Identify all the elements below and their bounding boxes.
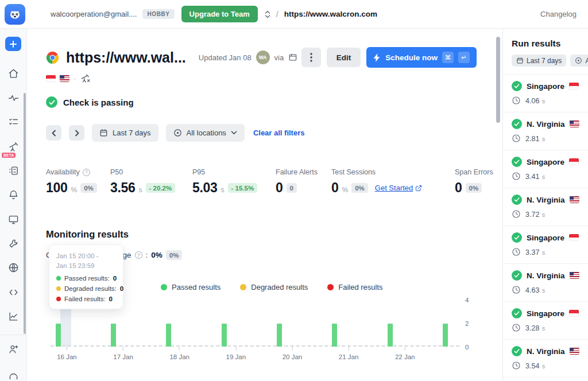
clock-icon <box>512 285 521 294</box>
get-started-label: Get Started <box>375 184 413 192</box>
chevron-left-icon <box>52 130 56 137</box>
chart-bar[interactable] <box>277 324 282 347</box>
legend-item-passed[interactable]: Passed results <box>161 283 220 291</box>
topbar: walcoorperation@gmail.... HOBBY Upgrade … <box>0 0 588 29</box>
clock-icon <box>512 96 521 105</box>
failed-dot-icon <box>56 297 61 301</box>
panel-location-badge[interactable]: All <box>570 55 588 67</box>
tooltip-value: 0 <box>120 285 123 292</box>
main-scrollbar[interactable] <box>496 37 500 123</box>
run-item[interactable]: N. Virginia 3.72 s <box>503 188 588 226</box>
create-new-button[interactable] <box>5 37 21 51</box>
run-item[interactable]: Singapore 4.06 s <box>503 74 588 112</box>
run-results-list: Singapore 4.06 s N. Virginia <box>503 74 588 381</box>
run-duration-unit: s <box>542 325 546 332</box>
chart-x-axis: 16 Jan17 Jan18 Jan19 Jan20 Jan21 Jan22 J… <box>51 347 459 364</box>
run-item[interactable]: Singapore 3.37 s <box>503 226 588 263</box>
chart-bar[interactable] <box>388 324 393 347</box>
run-item[interactable]: Singapore 3.52 s <box>503 377 588 381</box>
chart-bar[interactable] <box>443 324 448 347</box>
legend-item-degraded[interactable]: Degraded results <box>240 283 308 291</box>
metric-unit: % <box>342 186 349 194</box>
y-tick-label: 4 <box>465 297 477 304</box>
sidebar-item-invite-user[interactable] <box>5 342 21 356</box>
info-icon[interactable]: ? <box>83 169 90 176</box>
metric-value: 100 <box>46 180 67 196</box>
prev-period-button[interactable] <box>46 125 61 141</box>
check-title: https://www.wal... <box>66 49 186 66</box>
clear-filters-link[interactable]: Clear all filters <box>253 129 305 137</box>
check-header: https://www.wal... Updated Jan 08 WA via… <box>46 47 477 68</box>
edit-button[interactable]: Edit <box>327 48 361 67</box>
next-period-button[interactable] <box>69 125 84 141</box>
sidebar-item-dashboards[interactable] <box>5 309 21 324</box>
date-range-filter[interactable]: Last 7 days <box>92 124 158 142</box>
run-results-panel: Run results Last 7 days All Singapore <box>502 29 588 381</box>
run-item[interactable]: N. Virginia 3.54 s <box>503 339 588 377</box>
sidebar-item-account[interactable] <box>5 367 21 381</box>
metric-availability: Availability? 100%0% <box>46 168 110 196</box>
run-item[interactable]: Singapore 3.28 s <box>503 301 588 339</box>
metric-unit: s <box>139 186 142 194</box>
sidebar-item-cli[interactable] <box>5 285 21 300</box>
run-duration: 3.28 <box>525 324 539 332</box>
more-options-button[interactable] <box>301 48 321 67</box>
run-duration-unit: s <box>542 98 546 104</box>
chart-bar[interactable] <box>111 324 116 347</box>
error-percentage-separator: : <box>146 251 148 259</box>
legend-item-failed[interactable]: Failed results <box>327 283 382 291</box>
account-email[interactable]: walcoorperation@gmail.... <box>51 10 137 18</box>
breadcrumb-url[interactable]: https://www.walcron.com <box>284 10 377 18</box>
error-percentage-value: 0% <box>151 251 163 259</box>
panel-date-badge[interactable]: Last 7 days <box>512 55 566 67</box>
sidebar-item-alerts[interactable] <box>5 188 21 202</box>
chart-bar[interactable] <box>166 324 171 347</box>
location-pin-icon <box>173 129 182 137</box>
sidebar-item-private-locations[interactable] <box>5 261 21 275</box>
run-status-passed-icon <box>512 195 522 205</box>
metric-label: Availability <box>46 168 80 176</box>
legend-label: Degraded results <box>251 283 308 291</box>
sidebar-item-traces[interactable]: BETA <box>5 139 21 153</box>
sidebar-item-status-pages[interactable] <box>5 212 21 227</box>
metric-value: 5.03 <box>192 180 218 196</box>
info-icon[interactable]: ? <box>135 251 142 259</box>
get-started-link[interactable]: Get Started <box>375 184 422 192</box>
schedule-now-button[interactable]: Schedule now ⌘ ↵ <box>366 47 477 68</box>
x-tick: 16 Jan <box>57 347 77 360</box>
sidebar-item-test-sessions[interactable] <box>5 164 21 178</box>
changelog-link[interactable]: Changelog <box>540 10 577 18</box>
sidebar-item-monitoring[interactable] <box>5 91 21 105</box>
chart-bar[interactable] <box>56 324 61 347</box>
lightning-icon <box>373 53 381 62</box>
run-item[interactable]: Singapore 3.41 s <box>503 150 588 188</box>
run-item[interactable]: N. Virginia 2.81 s <box>503 112 588 150</box>
sidebar-scrollbar[interactable] <box>24 93 26 334</box>
account-icon <box>8 368 19 379</box>
project-switcher-icon[interactable] <box>264 10 272 19</box>
globe-icon <box>8 262 19 273</box>
sidebar-item-checks[interactable] <box>5 115 21 129</box>
run-flag-icon <box>569 158 579 165</box>
run-flag-icon <box>569 234 579 241</box>
clock-icon <box>512 323 521 332</box>
run-duration: 3.37 <box>525 248 539 256</box>
muted-telescope-icon <box>80 73 92 84</box>
sidebar-item-maintenance[interactable] <box>5 236 21 251</box>
run-duration: 4.06 <box>525 97 539 105</box>
upgrade-team-button[interactable]: Upgrade to Team <box>181 6 258 22</box>
sidebar: BETA <box>0 29 27 381</box>
run-item[interactable]: N. Virginia 4.63 s <box>503 263 588 301</box>
clock-icon <box>512 134 521 143</box>
sidebar-item-home[interactable] <box>5 66 21 80</box>
location-filter[interactable]: All locations <box>166 124 245 142</box>
metric-badge: - 15.5% <box>228 183 258 193</box>
run-duration-unit: s <box>542 211 546 218</box>
shortcut-cmd-key: ⌘ <box>442 52 454 63</box>
checkly-logo[interactable] <box>5 4 25 25</box>
run-location: Singapore <box>527 234 564 242</box>
main-content: https://www.wal... Updated Jan 08 WA via… <box>27 29 502 381</box>
chart-bar[interactable] <box>222 324 227 347</box>
chart-bar[interactable] <box>332 324 337 347</box>
run-flag-icon <box>570 196 579 203</box>
